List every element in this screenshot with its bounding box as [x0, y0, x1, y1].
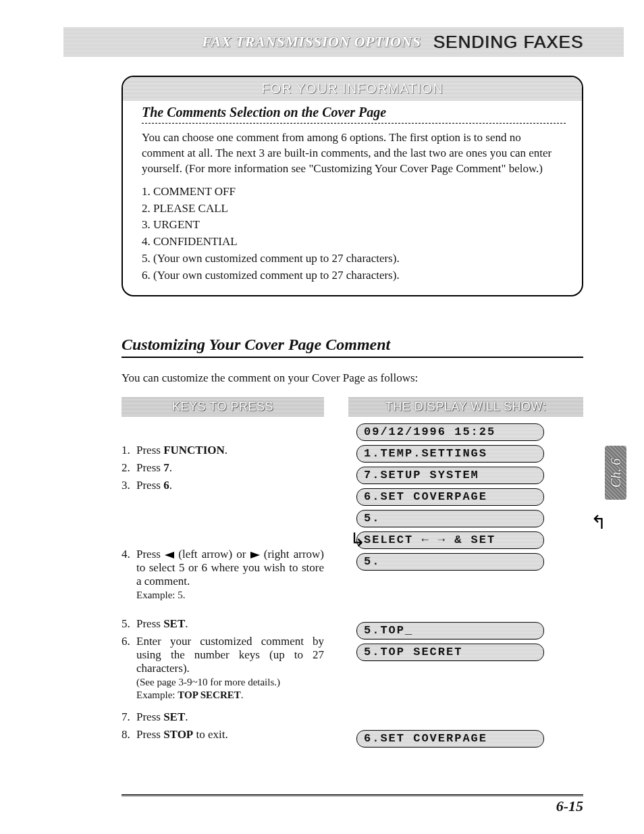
section-heading: Customizing Your Cover Page Comment — [122, 336, 583, 358]
list-item: 3. URGENT — [142, 217, 566, 233]
step-6: 6. Enter your customized comment by usin… — [122, 635, 324, 701]
lcd-display: 09/12/1996 15:25 — [356, 423, 544, 441]
step-3: 3. Press 6. — [122, 479, 324, 492]
left-arrow-icon — [165, 552, 174, 558]
step-number: 6. — [122, 635, 136, 701]
page-header-band: FAX TRANSMISSION OPTIONS SENDING FAXES — [63, 27, 624, 57]
lcd-display: SELECT ← → & SET — [356, 531, 544, 549]
step-bold: FUNCTION — [163, 444, 225, 457]
step-8: 8. Press STOP to exit. — [122, 728, 324, 741]
step-text: Press — [136, 444, 163, 457]
step-bold: STOP — [163, 728, 193, 741]
list-item: 5. (Your own customized comment up to 27… — [142, 251, 566, 267]
lcd-display: 5. — [356, 510, 544, 527]
step-text: Press — [136, 728, 163, 741]
right-arrow-icon — [250, 552, 260, 558]
step-example: Example: — [136, 689, 178, 700]
fyi-options-list: 1. COMMENT OFF 2. PLEASE CALL 3. URGENT … — [142, 184, 566, 284]
step-text: Press — [136, 710, 163, 723]
lcd-display: 5.TOP_ — [356, 622, 544, 640]
step-number: 7. — [122, 710, 136, 724]
step-1: 1. Press FUNCTION. — [122, 444, 324, 457]
step-7: 7. Press SET. — [122, 710, 324, 724]
step-text: to exit. — [193, 728, 227, 741]
lcd-display: 5.TOP SECRET — [356, 644, 544, 661]
lcd-display: 6.SET COVERPAGE — [356, 730, 544, 748]
lcd-display: 6.SET COVERPAGE — [356, 488, 544, 506]
fyi-subtitle: The Comments Selection on the Cover Page — [142, 105, 566, 124]
fyi-paragraph: You can choose one comment from among 6 … — [142, 130, 566, 177]
list-item: 1. COMMENT OFF — [142, 184, 566, 200]
step-text: (left arrow) or — [174, 548, 250, 561]
step-text: . — [185, 617, 188, 630]
fyi-box: FOR YOUR INFORMATION The Comments Select… — [122, 76, 583, 296]
step-text: Press — [136, 548, 165, 561]
step-5: 5. Press SET. — [122, 617, 324, 631]
loop-bracket-icon: ↰ — [591, 511, 606, 533]
lcd-display: 7.SETUP SYSTEM — [356, 467, 544, 484]
list-item: 6. (Your own customized comment up to 27… — [142, 267, 566, 284]
step-text: Press — [136, 617, 163, 630]
step-note: (See page 3-9~10 for more details.) — [136, 677, 324, 688]
header-title: SENDING FAXES — [433, 32, 584, 53]
step-number: 8. — [122, 728, 136, 741]
list-item: 2. PLEASE CALL — [142, 201, 566, 217]
step-bold: SET — [163, 710, 185, 723]
step-bold: SET — [163, 617, 185, 630]
step-example: . — [241, 689, 244, 700]
loop-bracket-icon: ↳ — [350, 529, 365, 551]
lcd-display: 5. — [356, 553, 544, 571]
step-number: 1. — [122, 444, 136, 457]
step-4: 4. Press (left arrow) or (right arrow) t… — [122, 548, 324, 601]
step-text: Enter your customized comment by using t… — [136, 635, 324, 675]
display-will-show-heading: THE DISPLAY WILL SHOW: — [348, 397, 583, 417]
step-example-bold: TOP SECRET — [178, 689, 241, 700]
step-bold: 6 — [163, 479, 169, 492]
step-number: 4. — [122, 548, 136, 601]
step-text: . — [169, 461, 172, 474]
list-item: 4. CONFIDENTIAL — [142, 234, 566, 250]
section-intro: You can customize the comment on your Co… — [122, 371, 583, 385]
keys-to-press-heading: KEYS TO PRESS — [122, 397, 324, 417]
step-text: . — [169, 479, 172, 492]
step-text: . — [185, 710, 188, 723]
step-example: Example: 5. — [136, 590, 324, 601]
step-text: Press — [136, 479, 163, 492]
step-number: 5. — [122, 617, 136, 631]
chapter-tab: Ch. 6 — [605, 446, 626, 500]
footer-rule — [122, 792, 583, 796]
step-text: . — [225, 444, 227, 457]
step-number: 3. — [122, 479, 136, 492]
header-subtitle: FAX TRANSMISSION OPTIONS — [202, 33, 421, 51]
fyi-banner: FOR YOUR INFORMATION — [123, 77, 582, 101]
lcd-display: 1.TEMP.SETTINGS — [356, 445, 544, 463]
step-2: 2. Press 7. — [122, 461, 324, 475]
page-number: 6-15 — [122, 798, 583, 815]
step-number: 2. — [122, 461, 136, 475]
step-bold: 7 — [163, 461, 169, 474]
step-text: Press — [136, 461, 163, 474]
